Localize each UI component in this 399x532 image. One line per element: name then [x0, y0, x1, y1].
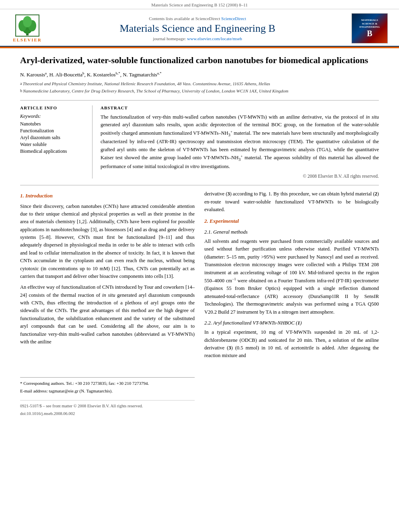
homepage-link[interactable]: www.elsevier.com/locate/mseb	[187, 36, 242, 41]
subsection-22-heading: 2.2. Aryl functionalized VT-MWNTs-NHBOC …	[204, 319, 379, 327]
sciencedirect-line: Contents lists available at ScienceDirec…	[51, 16, 343, 21]
body-columns: 1. Introduction Since their discovery, c…	[20, 185, 379, 417]
sciencedirect-link[interactable]: ScienceDirect	[221, 16, 246, 21]
authors-line: N. Karousisa, H. Ali-Boucettab, K. Kosta…	[20, 71, 379, 78]
section2-heading: 2. Experimental	[204, 217, 379, 225]
body-para-1: Since their discovery, carbon nanotubes …	[20, 203, 195, 281]
keyword-watersoluble: Water soluble	[20, 142, 86, 148]
affil-sup-b1: b	[82, 71, 84, 75]
body-para-3: derivative (3) according to Fig. 1. By t…	[204, 190, 379, 214]
footnote-star: * Corresponding authors. Tel.: +30 210 7…	[20, 380, 195, 387]
journal-cover-area: MATERIALS SCIENCE & ENGINEERING B	[348, 13, 392, 43]
keyword-biomedical: Biomedical applications	[20, 148, 86, 154]
body-para-4: All solvents and reagents were purchased…	[204, 238, 379, 316]
article-info-label: ARTICLE INFO	[20, 105, 86, 110]
body-right-column: derivative (3) according to Fig. 1. By t…	[204, 190, 379, 417]
issn-line: 0921-5107/$ – see front matter © 2008 El…	[20, 403, 195, 409]
footer-bar: 0921-5107/$ – see front matter © 2008 El…	[20, 400, 195, 417]
footnote-email: E-mail address: tagmatar@eie.gr (N. Tagm…	[20, 388, 195, 394]
keyword-nanotubes: Nanotubes	[20, 121, 86, 127]
affil-sup-a2: a,*	[157, 71, 162, 75]
section1-heading: 1. Introduction	[20, 192, 195, 200]
elsevier-logo: ELSEVIER	[13, 14, 42, 42]
article-info-panel: ARTICLE INFO Keywords: Nanotubes Functio…	[20, 105, 93, 179]
affil-sup-a: a	[45, 71, 47, 75]
abstract-section: ABSTRACT The functionalization of very-t…	[101, 105, 379, 179]
keywords-label: Keywords:	[20, 113, 86, 119]
cover-text-3: ENGINEERING	[360, 25, 380, 29]
affiliation-b: b Nanomedicine Laboratory, Centre for Dr…	[20, 88, 379, 94]
body-para-2: An effective way of functionalization of…	[20, 283, 195, 346]
article-info-abstract: ARTICLE INFO Keywords: Nanotubes Functio…	[20, 100, 379, 179]
body-para-5: In a typical experiment, 10 mg of VT-MWN…	[204, 329, 379, 360]
affiliations: a Theoretical and Physical Chemistry Ins…	[20, 80, 379, 94]
affil-sup-label-a: a	[20, 80, 22, 86]
body-left-column: 1. Introduction Since their discovery, c…	[20, 190, 195, 417]
doi-line: doi:10.1016/j.mseb.2008.06.002	[20, 411, 195, 417]
journal-title: Materials Science and Engineering B	[51, 23, 343, 35]
abstract-text: The functionalization of very-thin multi…	[101, 113, 379, 170]
elsevier-tree-icon	[15, 14, 39, 37]
header-center: Contents lists available at ScienceDirec…	[47, 16, 348, 41]
journal-header: ELSEVIER Contents lists available at Sci…	[0, 9, 399, 47]
affiliation-a: a Theoretical and Physical Chemistry Ins…	[20, 80, 379, 87]
journal-citation: Materials Science and Engineering B 152 …	[151, 2, 247, 7]
journal-cover: MATERIALS SCIENCE & ENGINEERING B	[352, 13, 388, 43]
cover-text-1: MATERIALS	[361, 18, 378, 22]
cover-text-4: B	[367, 29, 372, 38]
affil-sup-b2: b,*	[115, 71, 120, 75]
keyword-aryl: Aryl diazonium salts	[20, 135, 86, 141]
journal-bar: Materials Science and Engineering B 152 …	[0, 0, 399, 9]
subsection-21-heading: 2.1. General methods	[204, 228, 379, 236]
elsevier-logo-area: ELSEVIER	[7, 14, 47, 42]
svg-point-4	[23, 16, 32, 27]
journal-homepage: journal homepage: www.elsevier.com/locat…	[51, 36, 343, 41]
abstract-label: ABSTRACT	[101, 105, 379, 110]
article-title: Aryl-derivatized, water-soluble function…	[20, 55, 379, 66]
footnote-area: * Corresponding authors. Tel.: +30 210 7…	[20, 377, 195, 394]
affil-sup-label-b: b	[20, 88, 22, 94]
cover-text-2: SCIENCE &	[362, 22, 378, 25]
article-content: Aryl-derivatized, water-soluble function…	[0, 48, 399, 425]
elsevier-label: ELSEVIER	[13, 37, 42, 42]
copyright-line: © 2008 Elsevier B.V. All rights reserved…	[101, 174, 379, 179]
keyword-functionalization: Functionalization	[20, 128, 86, 134]
